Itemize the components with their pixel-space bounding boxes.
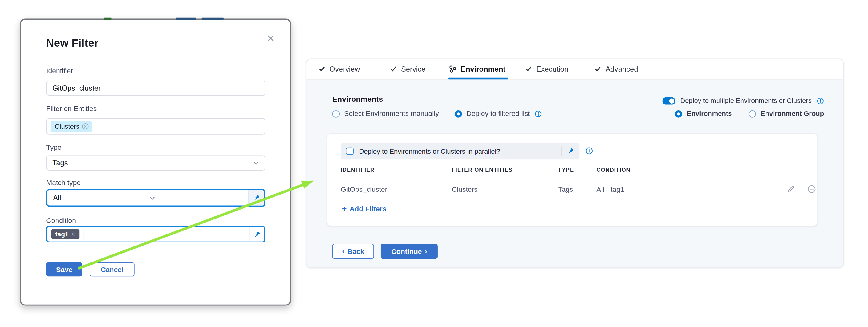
multi-env-toggle-label: Deploy to multiple Environments or Clust… — [680, 97, 811, 105]
identifier-label: Identifier — [46, 67, 73, 75]
save-button[interactable]: Save — [46, 262, 82, 276]
condition-label: Condition — [46, 217, 76, 225]
type-label: Type — [46, 143, 62, 152]
row-identifier: GitOps_cluster — [341, 186, 387, 194]
active-tab-underline — [448, 78, 508, 79]
tab-overview[interactable]: Overview — [318, 59, 360, 79]
pin-icon[interactable] — [567, 148, 575, 155]
plus-icon: + — [342, 205, 347, 213]
multi-env-toggle[interactable] — [662, 97, 675, 104]
identifier-value: GitOps_cluster — [52, 84, 100, 92]
row-filter-on-entities: Clusters — [452, 186, 478, 194]
filter-on-entities-input[interactable]: Clusters — [46, 118, 265, 135]
text-cursor — [83, 230, 83, 238]
radio-select-manually[interactable] — [332, 110, 340, 118]
tab-service[interactable]: Service — [390, 59, 425, 79]
row-condition: All - tag1 — [596, 186, 624, 194]
info-icon[interactable] — [534, 110, 541, 118]
environments-heading: Environments — [332, 95, 383, 103]
clusters-chip: Clusters — [51, 121, 92, 132]
match-type-label: Match type — [46, 179, 81, 187]
background-peek-blue — [176, 18, 196, 19]
modal-title: New Filter — [46, 37, 98, 50]
chevron-left-icon: ‹ — [342, 247, 344, 255]
parallel-checkbox[interactable] — [346, 147, 353, 155]
close-icon[interactable]: × — [267, 32, 275, 45]
row-type: Tags — [558, 186, 573, 194]
parallel-checkbox-label: Deploy to Environments or Clusters in pa… — [359, 147, 500, 155]
pipeline-tabbar: Overview Service Environment Execution A… — [306, 59, 843, 80]
col-header-filter-on-entities: FILTER ON ENTITIES — [452, 167, 513, 173]
col-header-condition: CONDITION — [596, 167, 630, 173]
info-icon[interactable] — [817, 97, 824, 104]
back-button[interactable]: ‹ Back — [332, 244, 374, 259]
chevron-down-icon[interactable] — [253, 161, 259, 165]
background-peek-blue — [202, 18, 224, 19]
tab-advanced[interactable]: Advanced — [594, 59, 638, 79]
radio-environment-group[interactable] — [749, 110, 756, 118]
radio-deploy-filtered-label: Deploy to filtered list — [467, 110, 530, 118]
chevron-right-icon: › — [425, 247, 427, 255]
filters-card: Deploy to Environments or Clusters in pa… — [327, 133, 818, 226]
circled-x-icon[interactable] — [82, 123, 89, 130]
tab-environment[interactable]: Environment — [448, 59, 506, 79]
col-header-type: TYPE — [558, 167, 574, 173]
match-type-value: All — [53, 194, 61, 202]
environment-config-panel: Overview Service Environment Execution A… — [306, 58, 844, 268]
pin-icon[interactable] — [249, 190, 264, 205]
pencil-icon[interactable] — [787, 185, 795, 193]
radio-environments-label: Environments — [687, 110, 732, 118]
add-filters-button[interactable]: + Add Filters — [342, 205, 386, 213]
new-filter-modal: New Filter × Identifier GitOps_cluster F… — [20, 19, 291, 305]
col-header-identifier: IDENTIFIER — [341, 167, 375, 173]
chevron-down-icon[interactable] — [149, 195, 155, 200]
deploy-mode-radios: Select Environments manually Deploy to f… — [332, 110, 541, 118]
type-value: Tags — [52, 159, 68, 167]
minus-circle-icon[interactable] — [807, 185, 816, 194]
type-select[interactable]: Tags — [46, 155, 265, 170]
condition-input[interactable]: tag1 × — [46, 226, 265, 242]
check-icon — [390, 65, 397, 72]
annotated-screenshot: New Filter × Identifier GitOps_cluster F… — [0, 0, 868, 327]
info-icon[interactable] — [585, 147, 593, 155]
background-peek-green — [104, 18, 112, 19]
match-type-select[interactable]: All — [46, 189, 265, 206]
divider — [561, 146, 562, 156]
radio-select-manually-label: Select Environments manually — [344, 110, 439, 118]
identifier-input[interactable]: GitOps_cluster — [46, 80, 265, 96]
radio-environment-group-label: Environment Group — [761, 110, 824, 118]
parallel-deploy-bar: Deploy to Environments or Clusters in pa… — [341, 143, 580, 159]
multi-env-toggle-row: Deploy to multiple Environments or Clust… — [662, 97, 824, 105]
tag1-chip: tag1 × — [51, 229, 80, 239]
check-icon — [525, 65, 532, 72]
chip-remove-icon[interactable]: × — [71, 230, 75, 238]
check-icon — [318, 65, 326, 72]
pin-icon[interactable] — [249, 227, 264, 241]
cancel-button[interactable]: Cancel — [90, 262, 135, 276]
continue-button[interactable]: Continue › — [381, 244, 438, 259]
filter-on-entities-label: Filter on Entities — [46, 105, 97, 113]
environment-cluster-icon — [448, 65, 457, 73]
env-target-radios: Environments Environment Group — [675, 110, 824, 118]
tab-execution[interactable]: Execution — [525, 59, 568, 79]
check-icon — [594, 65, 601, 72]
radio-deploy-filtered[interactable] — [455, 110, 462, 118]
radio-environments[interactable] — [675, 110, 682, 118]
